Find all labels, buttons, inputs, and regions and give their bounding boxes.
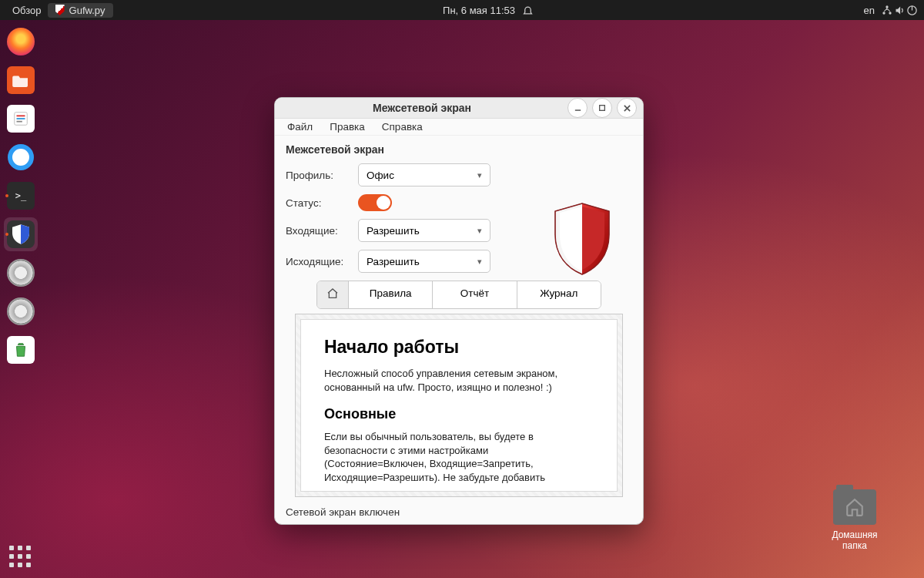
outgoing-select[interactable]: Разрешить ▾ — [358, 250, 490, 273]
desktop-icon-label: Домашняя папка — [820, 529, 889, 551]
dock-terminal[interactable]: >_ — [4, 179, 38, 213]
dock-files[interactable] — [4, 63, 38, 97]
content-panel: Начало работы Несложный способ управлени… — [295, 314, 623, 497]
svg-rect-6 — [17, 118, 25, 119]
profile-label: Профиль: — [286, 170, 358, 181]
dock-disc-1[interactable] — [4, 256, 38, 290]
tab-report[interactable]: Отчёт — [432, 281, 516, 308]
taskbar-app-label: Gufw.py — [69, 5, 105, 16]
svg-point-1 — [889, 12, 891, 14]
tab-rules[interactable]: Правила — [348, 281, 432, 308]
menubar: Файл Правка Справка — [275, 119, 643, 136]
home-icon — [833, 489, 876, 525]
doc-paragraph: Если вы обычный пользователь, вы будете … — [324, 430, 594, 484]
svg-point-0 — [882, 12, 885, 14]
close-button[interactable] — [617, 98, 637, 118]
content-scroll[interactable]: Начало работы Несложный способ управлени… — [300, 319, 618, 492]
menu-edit[interactable]: Правка — [322, 119, 373, 135]
dock-firefox[interactable] — [4, 25, 38, 59]
keyboard-layout-indicator[interactable]: en — [858, 5, 881, 16]
svg-rect-9 — [600, 106, 605, 111]
maximize-button[interactable] — [592, 98, 612, 118]
dock-disc-2[interactable] — [4, 294, 38, 328]
notification-icon[interactable] — [521, 4, 534, 16]
svg-rect-8 — [574, 109, 580, 110]
window-title: Межсетевой экран — [281, 102, 563, 114]
tab-log[interactable]: Журнал — [517, 281, 601, 308]
chevron-down-icon: ▾ — [477, 257, 482, 267]
profile-select[interactable]: Офис ▾ — [358, 163, 490, 187]
profile-value: Офис — [367, 170, 394, 181]
volume-icon[interactable] — [893, 4, 906, 16]
svg-rect-5 — [17, 115, 25, 116]
incoming-label: Входящие: — [286, 225, 358, 237]
status-toggle[interactable] — [358, 194, 392, 211]
gufw-window: Межсетевой экран Файл Правка Справка Меж… — [274, 97, 644, 525]
section-heading: Межсетевой экран — [286, 143, 632, 156]
status-label: Статус: — [286, 197, 358, 209]
minimize-button[interactable] — [567, 98, 588, 118]
dock: >_ — [0, 20, 42, 578]
svg-rect-7 — [17, 121, 22, 123]
home-icon — [326, 289, 339, 302]
chevron-down-icon: ▾ — [477, 170, 482, 180]
dock-trash[interactable] — [4, 333, 38, 367]
tab-home[interactable] — [317, 281, 348, 308]
menu-file[interactable]: Файл — [280, 119, 320, 135]
shield-icon — [552, 202, 612, 276]
network-icon[interactable] — [881, 4, 893, 16]
taskbar-app-gufw[interactable]: Gufw.py — [48, 3, 113, 18]
dock-chromium[interactable] — [4, 140, 38, 174]
activities-button[interactable]: Обзор — [6, 5, 48, 16]
doc-subheading: Основные — [324, 406, 594, 422]
dock-gufw[interactable] — [4, 217, 38, 251]
incoming-select[interactable]: Разрешить ▾ — [358, 219, 490, 242]
shield-icon — [55, 5, 65, 15]
desktop-home-folder[interactable]: Домашняя папка — [820, 489, 889, 551]
top-panel: Обзор Gufw.py Пн, 6 мая 11:53 en — [0, 0, 924, 20]
tab-bar: Правила Отчёт Журнал — [316, 281, 601, 309]
window-titlebar[interactable]: Межсетевой экран — [275, 98, 643, 119]
doc-paragraph: Несложный способ управления сетевым экра… — [324, 367, 594, 394]
power-icon[interactable] — [906, 4, 918, 16]
menu-help[interactable]: Справка — [374, 119, 430, 135]
clock[interactable]: Пн, 6 мая 11:53 — [437, 5, 521, 16]
chevron-down-icon: ▾ — [477, 226, 482, 236]
outgoing-value: Разрешить — [367, 256, 420, 267]
incoming-value: Разрешить — [367, 225, 420, 237]
dock-text-editor[interactable] — [4, 102, 38, 136]
statusbar: Сетевой экран включен — [275, 500, 643, 525]
outgoing-label: Исходящие: — [286, 256, 358, 267]
doc-heading: Начало работы — [324, 337, 594, 358]
